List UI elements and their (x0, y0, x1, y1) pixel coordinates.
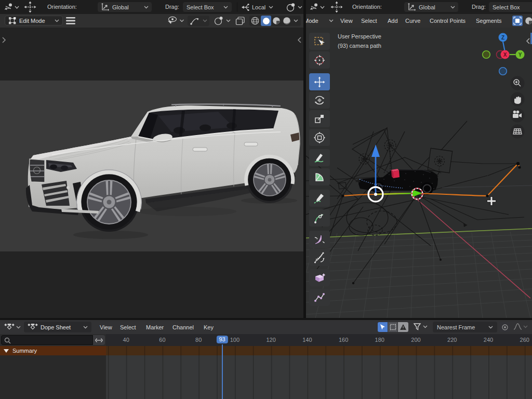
svg-text:Y: Y (518, 52, 522, 58)
svg-text:X: X (503, 52, 507, 58)
svg-text:Z: Z (501, 35, 504, 41)
